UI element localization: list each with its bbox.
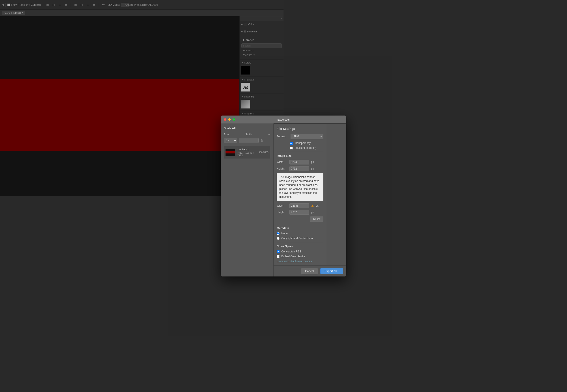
suffix-column-label: Suffix: xyxy=(245,133,253,136)
minimize-button[interactable] xyxy=(228,118,231,121)
format-label: Format: xyxy=(277,135,283,138)
file-meta: PNG 12648 x 7752 xyxy=(237,152,256,157)
thumb-bot xyxy=(225,154,235,156)
modal-overlay: Export As Scale All Size: Suffix: + 1x 🗑 xyxy=(0,0,283,196)
close-button[interactable] xyxy=(224,118,226,121)
dialog-body: Scale All Size: Suffix: + 1x 🗑 xyxy=(221,124,283,196)
height-row: Height: px xyxy=(277,166,283,171)
warning-tooltip: The image dimensions cannot scale exactl… xyxy=(277,173,283,196)
width-row: Width: px xyxy=(277,160,283,165)
size-column-label: Size: xyxy=(224,133,230,136)
suffix-input[interactable] xyxy=(239,138,259,143)
thumb-mid xyxy=(225,151,235,154)
thumb-top xyxy=(225,149,235,151)
warning-text: The image dimensions cannot scale exactl… xyxy=(279,176,283,196)
image-size-title: Image Size xyxy=(277,154,283,157)
width-label: Width: xyxy=(277,160,283,164)
file-settings-title: File Settings xyxy=(277,127,283,130)
file-name: Untitled-1 xyxy=(237,148,256,151)
file-format: PNG xyxy=(237,152,243,154)
dialog-main: ⊡ − 7.5% + File Settings Format: PNG xyxy=(274,124,283,196)
file-thumbnail xyxy=(225,149,235,156)
size-input-row: 1x 🗑 xyxy=(224,138,270,143)
dialog-left-panel: Scale All Size: Suffix: + 1x 🗑 xyxy=(221,124,274,196)
file-list-item[interactable]: Untitled-1 PNG 12648 x 7752 388.5 KB xyxy=(224,146,270,158)
size-select[interactable]: 1x xyxy=(224,138,237,143)
file-info: Untitled-1 PNG 12648 x 7752 xyxy=(237,148,256,157)
fullscreen-button[interactable] xyxy=(233,118,235,121)
preview-area: ⊡ − 7.5% + xyxy=(274,124,283,124)
delete-scale-icon[interactable]: 🗑 xyxy=(260,139,263,142)
export-dialog: Export As Scale All Size: Suffix: + 1x 🗑 xyxy=(221,115,283,196)
scale-all-label: Scale All xyxy=(224,126,270,130)
format-row: Format: PNG xyxy=(277,134,283,139)
size-suffix-header-row: Size: Suffix: + xyxy=(224,132,270,137)
dialog-title: Export As xyxy=(277,118,283,121)
dialog-titlebar: Export As xyxy=(221,115,283,124)
file-size: 388.5 KB xyxy=(259,151,268,154)
settings-panel: File Settings Format: PNG Transparency S… xyxy=(274,124,283,196)
add-scale-button[interactable]: + xyxy=(268,132,270,137)
height-label: Height: xyxy=(277,167,283,170)
